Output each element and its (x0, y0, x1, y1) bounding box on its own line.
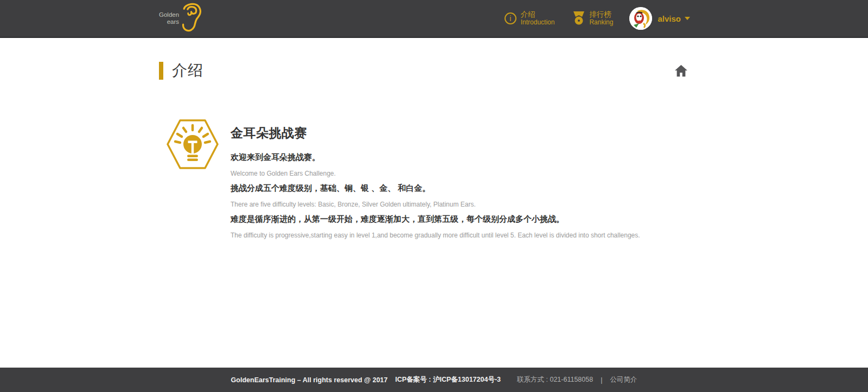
nav-item-ranking[interactable]: 排行榜 Ranking (573, 10, 613, 26)
nav-introduction-labels: 介绍 Introduction (521, 10, 555, 26)
home-icon[interactable] (674, 63, 688, 78)
page-title-row: 介绍 (159, 60, 691, 81)
intro-para-1-en: Welcome to Golden Ears Challenge. (231, 170, 640, 177)
golden-ears-logo[interactable]: Golden ears (159, 2, 204, 35)
intro-para-3-zh: 难度是循序渐进的，从第一级开始，难度逐渐加大，直到第五级，每个级别分成多个小挑战… (231, 214, 640, 224)
medal-icon (573, 11, 585, 25)
page-title: 介绍 (172, 60, 203, 81)
chevron-down-icon (685, 17, 690, 20)
intro-heading: 金耳朵挑战赛 (231, 125, 640, 142)
ear-icon (176, 2, 204, 35)
intro-para-3-en: The difficulty is progressive,starting e… (231, 232, 640, 239)
intro-content: 金耳朵挑战赛 欢迎来到金耳朵挑战赛。 Welcome to Golden Ear… (159, 118, 691, 245)
info-icon-glyph: i (505, 12, 516, 24)
title-accent-bar (159, 62, 163, 80)
top-header: Golden ears i 介绍 Introduction (0, 0, 868, 38)
footer-copyright: GoldenEarsTraining – All rights reserved… (231, 376, 388, 384)
intro-para-2-zh: 挑战分成五个难度级别，基础、铜、银 、金、 和白金。 (231, 183, 640, 194)
nav-item-introduction[interactable]: i 介绍 Introduction (505, 10, 555, 26)
avatar (629, 7, 652, 30)
intro-para-1-zh: 欢迎来到金耳朵挑战赛。 (231, 152, 640, 163)
username: alviso (658, 14, 681, 23)
footer-contact: 联系方式 : 021-61158058 (517, 375, 593, 384)
nav-ranking-zh: 排行榜 (589, 10, 613, 19)
logo-text: Golden ears (159, 11, 179, 25)
footer-company-link[interactable]: 公司简介 (610, 375, 637, 384)
nav-introduction-en: Introduction (521, 19, 555, 27)
nav-introduction-zh: 介绍 (521, 10, 555, 19)
nav-ranking-labels: 排行榜 Ranking (589, 10, 613, 26)
nav-ranking-en: Ranking (589, 19, 613, 27)
logo-text-line2: ears (159, 18, 179, 25)
intro-para-2-en: There are five difficulty levels: Basic,… (231, 201, 640, 208)
user-menu[interactable]: alviso (629, 7, 690, 30)
logo-text-line1: Golden (159, 11, 179, 18)
header-nav: i 介绍 Introduction 排行榜 Ranking (486, 7, 690, 30)
info-icon: i (505, 12, 516, 24)
page-footer: GoldenEarsTraining – All rights reserved… (0, 368, 868, 392)
footer-separator: | (601, 376, 602, 384)
intro-text-block: 金耳朵挑战赛 欢迎来到金耳朵挑战赛。 Welcome to Golden Ear… (231, 125, 640, 245)
lightbulb-hexagon-icon (165, 118, 220, 170)
footer-icp-number: ICP备案号 : 沪ICP备13017204号-3 (395, 375, 501, 384)
main-area: 介绍 (0, 38, 868, 368)
